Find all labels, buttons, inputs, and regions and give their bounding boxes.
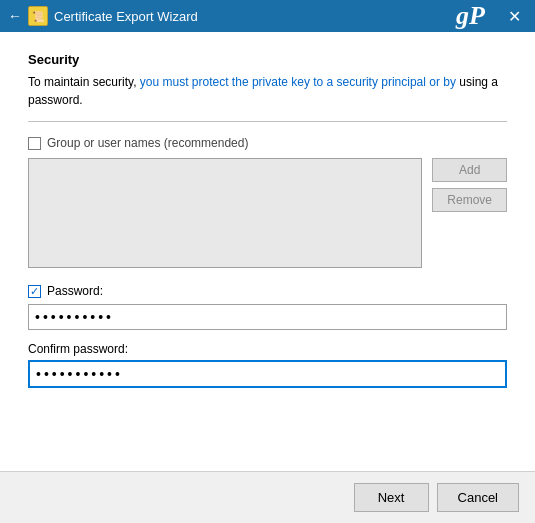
next-button[interactable]: Next: [354, 483, 429, 512]
password-checkbox[interactable]: [28, 285, 41, 298]
add-button[interactable]: Add: [432, 158, 507, 182]
confirm-label: Confirm password:: [28, 342, 507, 356]
cancel-button[interactable]: Cancel: [437, 483, 519, 512]
security-description: To maintain security, you must protect t…: [28, 73, 507, 109]
password-row: Password:: [28, 284, 507, 298]
list-and-buttons: Add Remove: [28, 158, 507, 268]
names-listbox[interactable]: [28, 158, 422, 268]
divider: [28, 121, 507, 122]
section-title: Security: [28, 52, 507, 67]
main-content: Security To maintain security, you must …: [0, 32, 535, 471]
gp-logo: gP: [456, 1, 485, 31]
group-names-label: Group or user names (recommended): [47, 136, 248, 150]
button-bar: Next Cancel: [0, 471, 535, 523]
description-highlight: you must protect the private key to a se…: [140, 75, 456, 89]
titlebar-left: ← 📜 Certificate Export Wizard: [8, 6, 198, 26]
close-button[interactable]: ✕: [501, 3, 527, 29]
description-plain: To maintain security,: [28, 75, 140, 89]
password-input[interactable]: [28, 304, 507, 330]
password-label: Password:: [47, 284, 103, 298]
titlebar-title: Certificate Export Wizard: [54, 9, 198, 24]
confirm-password-input[interactable]: [28, 360, 507, 388]
back-button[interactable]: ←: [8, 8, 22, 24]
cert-icon: 📜: [28, 6, 48, 26]
remove-button[interactable]: Remove: [432, 188, 507, 212]
group-names-checkbox[interactable]: [28, 137, 41, 150]
group-names-row: Group or user names (recommended): [28, 136, 507, 150]
side-buttons: Add Remove: [432, 158, 507, 268]
titlebar: ← 📜 Certificate Export Wizard gP ✕: [0, 0, 535, 32]
